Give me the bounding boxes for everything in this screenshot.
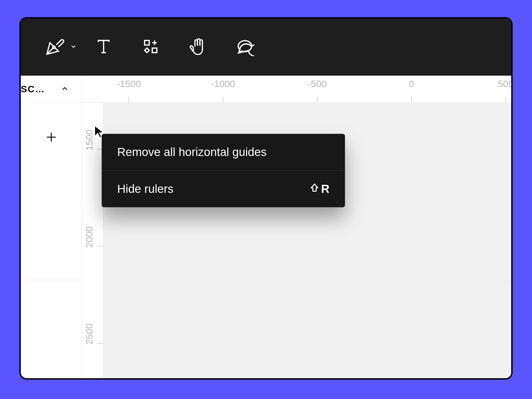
svg-rect-2 <box>152 48 157 53</box>
pen-icon <box>44 36 65 58</box>
ruler-h-tick: -1500 <box>117 78 141 89</box>
menu-shortcut: R <box>310 182 329 196</box>
workspace: SC… -1500 -1000 -500 <box>21 76 511 378</box>
comment-icon <box>236 37 254 57</box>
vertical-ruler[interactable]: 1500 2000 2500 <box>82 103 103 378</box>
ruler-h-tick: 0 <box>409 78 414 89</box>
comment-tool[interactable] <box>221 36 268 58</box>
context-menu: Remove all horizontal guides Hide rulers… <box>102 134 345 207</box>
canvas-area[interactable]: -1500 -1000 -500 0 500 1500 2000 2500 <box>82 76 511 378</box>
text-tool[interactable] <box>80 36 127 58</box>
ruler-v-tick: 2000 <box>84 227 95 248</box>
components-tool[interactable] <box>127 36 174 58</box>
add-page-button[interactable] <box>21 103 81 280</box>
left-panel: SC… <box>21 76 82 378</box>
panel-section-label: SC… <box>21 84 45 94</box>
menu-remove-horizontal-guides[interactable]: Remove all horizontal guides <box>102 134 345 170</box>
horizontal-ruler[interactable]: -1500 -1000 -500 0 500 <box>82 76 511 103</box>
menu-item-label: Remove all horizontal guides <box>117 145 267 159</box>
hand-icon <box>188 37 208 58</box>
hand-tool[interactable] <box>174 36 221 58</box>
menu-item-label: Hide rulers <box>117 182 173 196</box>
pen-tool[interactable] <box>41 36 80 58</box>
panel-section-header[interactable]: SC… <box>21 76 81 103</box>
ruler-h-tick: -1000 <box>211 78 235 89</box>
chevron-down-icon <box>70 43 77 51</box>
ruler-h-tick: 500 <box>498 78 513 89</box>
shortcut-key: R <box>321 182 329 196</box>
plus-icon <box>45 131 58 145</box>
app-window: SC… -1500 -1000 -500 <box>19 17 513 380</box>
chevron-up-icon <box>60 84 69 94</box>
canvas-divider <box>103 281 511 281</box>
shift-icon <box>310 182 319 196</box>
menu-hide-rulers[interactable]: Hide rulers R <box>102 171 345 207</box>
text-icon <box>94 37 113 57</box>
ruler-h-tick: -500 <box>308 78 327 89</box>
ruler-v-tick: 2500 <box>84 324 95 345</box>
components-icon <box>142 37 160 57</box>
svg-rect-1 <box>145 40 149 45</box>
top-toolbar <box>21 19 511 76</box>
